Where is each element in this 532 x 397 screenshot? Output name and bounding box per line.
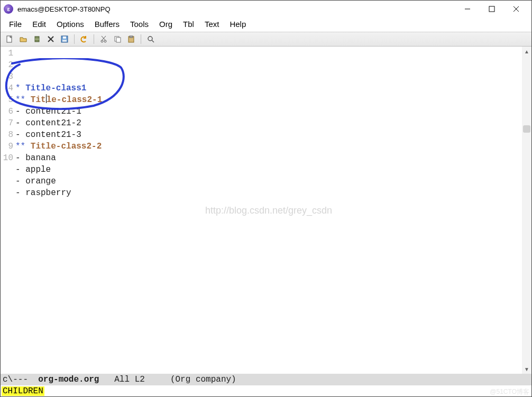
buffer-line[interactable]: - content21-1: [15, 106, 522, 117]
svg-rect-19: [130, 36, 133, 38]
svg-rect-1: [489, 6, 494, 12]
mode-line-line-number: L2: [135, 375, 145, 384]
open-folder-icon[interactable]: [17, 33, 29, 45]
svg-line-21: [152, 40, 154, 42]
menu-bar: File Edit Options Buffers Tools Org Tbl …: [1, 17, 531, 32]
svg-rect-10: [63, 36, 66, 39]
svg-line-14: [102, 36, 105, 40]
svg-point-12: [101, 40, 103, 42]
line-number: 5: [1, 94, 13, 106]
menu-tbl[interactable]: Tbl: [178, 19, 199, 30]
buffer-line[interactable]: ** Title-class2-2: [15, 141, 522, 152]
mode-line-modes[interactable]: (Org company): [170, 375, 236, 384]
line-number: 9: [1, 141, 13, 152]
toolbar-separator: [74, 34, 75, 44]
buffer-line[interactable]: - banana: [15, 152, 522, 164]
close-icon[interactable]: [45, 33, 57, 45]
toolbar: [1, 32, 531, 47]
line-number: 7: [1, 117, 13, 129]
undo-icon[interactable]: [78, 33, 90, 45]
echo-message: CHILDREN: [2, 386, 44, 396]
window-controls: [455, 1, 528, 17]
search-icon[interactable]: [145, 33, 157, 45]
editor[interactable]: 12345678910 http://blog.csdn.net/grey_cs…: [1, 47, 531, 374]
buffer-line[interactable]: * Title-class1: [15, 82, 522, 94]
svg-line-15: [102, 36, 106, 40]
emacs-icon: ε: [4, 4, 13, 14]
mode-line-modified: \---: [8, 375, 39, 384]
buffer-line[interactable]: - orange: [15, 176, 522, 187]
buffer-line[interactable]: - content21-2: [15, 117, 522, 129]
mode-line-coding: c: [3, 375, 8, 384]
menu-tools[interactable]: Tools: [125, 19, 154, 30]
svg-rect-17: [116, 38, 121, 42]
mode-line-buffer-name[interactable]: org-mode.org: [38, 375, 99, 384]
svg-point-20: [148, 36, 152, 41]
buffer-line[interactable]: ** Title-class2-1: [15, 94, 522, 106]
text-buffer[interactable]: http://blog.csdn.net/grey_csdn * Title-c…: [15, 47, 522, 374]
watermark-text: http://blog.csdn.net/grey_csdn: [205, 205, 332, 216]
mode-line-spacer: [99, 375, 114, 384]
kill-buffer-icon[interactable]: [31, 33, 43, 45]
paste-icon[interactable]: [125, 33, 137, 45]
menu-help[interactable]: Help: [224, 19, 251, 30]
menu-buffers[interactable]: Buffers: [89, 19, 125, 30]
minimize-button[interactable]: [455, 1, 480, 17]
title-bar: ε emacs@DESKTOP-3T80NPQ: [1, 1, 531, 17]
toolbar-separator: [141, 34, 141, 44]
menu-org[interactable]: Org: [154, 19, 178, 30]
menu-options[interactable]: Options: [51, 19, 89, 30]
save-icon[interactable]: [59, 33, 70, 45]
menu-file[interactable]: File: [4, 19, 27, 30]
svg-point-13: [104, 40, 106, 42]
mode-line-spacer2: [145, 375, 170, 384]
line-number-gutter: 12345678910: [1, 47, 15, 374]
line-number: 2: [1, 59, 13, 71]
maximize-button[interactable]: [480, 1, 504, 17]
line-number: 4: [1, 82, 13, 94]
menu-text[interactable]: Text: [199, 19, 225, 30]
buffer-line[interactable]: - raspberry: [15, 187, 522, 199]
mode-line: c\--- org-mode.org All L2 (Org company): [1, 374, 531, 385]
line-number: 3: [1, 71, 13, 82]
buffer-line[interactable]: - apple: [15, 164, 522, 176]
close-button[interactable]: [504, 1, 528, 17]
buffer-line[interactable]: - content21-3: [15, 129, 522, 141]
svg-rect-11: [62, 40, 67, 42]
cut-icon[interactable]: [98, 33, 109, 45]
line-number: 8: [1, 129, 13, 141]
menu-edit[interactable]: Edit: [27, 19, 51, 30]
line-number: 10: [1, 152, 13, 164]
vertical-scrollbar[interactable]: ▲ ▼: [522, 47, 531, 374]
mode-line-position: All: [114, 375, 130, 384]
window-title: emacs@DESKTOP-3T80NPQ: [17, 5, 111, 13]
copy-icon[interactable]: [112, 33, 123, 45]
scroll-up-icon[interactable]: ▲: [522, 47, 531, 56]
line-number: 1: [1, 48, 13, 59]
new-file-icon[interactable]: [4, 33, 15, 45]
scroll-thumb[interactable]: [523, 125, 530, 133]
toolbar-separator: [94, 34, 94, 44]
echo-area: CHILDREN: [1, 385, 531, 397]
line-number: 6: [1, 106, 13, 117]
scroll-down-icon[interactable]: ▼: [522, 364, 531, 374]
